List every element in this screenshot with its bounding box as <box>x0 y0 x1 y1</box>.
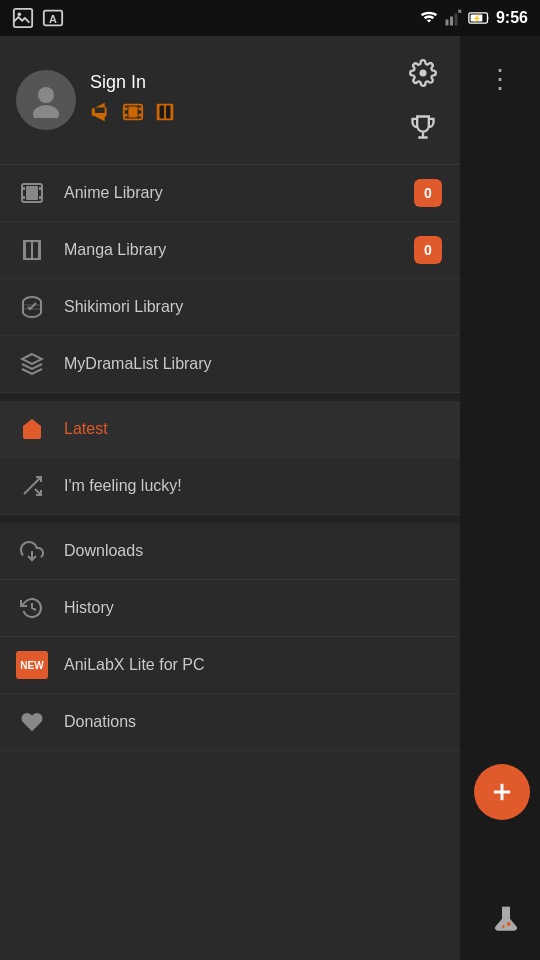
shuffle-icon <box>18 472 46 500</box>
section-divider-2 <box>0 515 460 523</box>
flask-button[interactable] <box>490 904 522 940</box>
feeling-lucky-label: I'm feeling lucky! <box>64 477 442 495</box>
anilabx-lite-label: AniLabX Lite for PC <box>64 656 442 674</box>
anime-library-badge: 0 <box>414 179 442 207</box>
avatar[interactable] <box>16 70 76 130</box>
status-bar-left: A <box>12 7 64 29</box>
trophy-icon <box>409 113 437 141</box>
svg-rect-22 <box>166 106 171 119</box>
downloads-label: Downloads <box>64 542 442 560</box>
gallery-icon <box>12 7 34 29</box>
svg-rect-20 <box>128 107 137 118</box>
anime-library-label: Anime Library <box>64 184 396 202</box>
svg-rect-24 <box>22 187 25 190</box>
cloud-download-icon <box>18 537 46 565</box>
menu-item-downloads[interactable]: Downloads <box>0 523 460 580</box>
svg-rect-5 <box>450 17 453 26</box>
status-time: 9:56 <box>496 9 528 27</box>
navigation-drawer: Sign In <box>0 36 460 960</box>
settings-icon <box>409 59 437 87</box>
menu-item-donations[interactable]: Donations <box>0 694 460 751</box>
donations-label: Donations <box>64 713 442 731</box>
svg-rect-4 <box>445 20 448 26</box>
svg-point-1 <box>18 13 22 17</box>
megaphone-icon <box>90 101 112 128</box>
svg-rect-25 <box>22 196 25 199</box>
latest-label: Latest <box>64 420 442 438</box>
svg-rect-18 <box>139 107 143 110</box>
book-menu-icon <box>18 236 46 264</box>
book-icon <box>154 101 176 128</box>
signal-icon <box>444 9 462 27</box>
menu-item-feeling-lucky[interactable]: I'm feeling lucky! <box>0 458 460 515</box>
home-icon <box>18 415 46 443</box>
shikimori-library-label: Shikimori Library <box>64 298 442 316</box>
status-bar-right: ⚡ 9:56 <box>420 9 528 27</box>
svg-rect-28 <box>26 186 38 200</box>
header-icons-row <box>90 101 176 128</box>
history-label: History <box>64 599 442 617</box>
trophy-button[interactable] <box>402 106 444 148</box>
wifi-icon <box>420 9 438 27</box>
flask-icon <box>490 904 522 936</box>
svg-point-12 <box>38 87 54 103</box>
heart-icon <box>18 708 46 736</box>
svg-rect-29 <box>26 242 31 258</box>
svg-rect-14 <box>92 109 95 115</box>
manga-library-badge: 0 <box>414 236 442 264</box>
new-label: NEW <box>16 651 47 679</box>
svg-rect-19 <box>139 114 143 117</box>
menu-item-manga-library[interactable]: Manga Library 0 <box>0 222 460 279</box>
header-text: Sign In <box>90 72 176 128</box>
a-icon: A <box>42 7 64 29</box>
avatar-icon <box>28 82 64 118</box>
svg-rect-27 <box>39 196 42 199</box>
svg-rect-17 <box>124 114 128 117</box>
menu-item-history[interactable]: History <box>0 580 460 637</box>
shikimori-icon <box>18 293 46 321</box>
menu-item-latest[interactable]: Latest <box>0 401 460 458</box>
svg-rect-26 <box>39 187 42 190</box>
plus-icon <box>488 778 516 806</box>
svg-rect-16 <box>124 107 128 110</box>
svg-point-38 <box>507 922 511 926</box>
mydramalist-library-label: MyDramaList Library <box>64 355 442 373</box>
settings-button[interactable] <box>402 52 444 94</box>
new-badge-icon: NEW <box>18 651 46 679</box>
drama-icon <box>18 350 46 378</box>
add-fab[interactable] <box>474 764 530 820</box>
sign-in-label[interactable]: Sign In <box>90 72 176 93</box>
menu-item-shikimori-library[interactable]: Shikimori Library <box>0 279 460 336</box>
right-panel: ⋮ <box>460 36 540 960</box>
svg-point-37 <box>502 925 505 928</box>
svg-text:⚡: ⚡ <box>472 13 482 23</box>
svg-text:A: A <box>49 13 57 25</box>
header-left: Sign In <box>16 70 176 130</box>
three-dot-menu[interactable]: ⋮ <box>487 64 513 95</box>
menu-item-mydramalist-library[interactable]: MyDramaList Library <box>0 336 460 393</box>
status-bar: A ⚡ 9:56 <box>0 0 540 36</box>
manga-library-label: Manga Library <box>64 241 396 259</box>
history-icon <box>18 594 46 622</box>
menu-item-anime-library[interactable]: Anime Library 0 <box>0 165 460 222</box>
svg-rect-6 <box>454 14 457 26</box>
film-icon <box>122 101 144 128</box>
section-divider-1 <box>0 393 460 401</box>
menu-item-anilabx-lite[interactable]: NEW AniLabX Lite for PC <box>0 637 460 694</box>
svg-rect-30 <box>33 242 38 258</box>
svg-point-13 <box>33 105 59 118</box>
menu-list: Anime Library 0 Manga Library 0 <box>0 165 460 960</box>
header-right <box>402 52 444 148</box>
svg-rect-21 <box>160 106 165 119</box>
drawer-header: Sign In <box>0 36 460 165</box>
film-strip-icon <box>18 179 46 207</box>
battery-icon: ⚡ <box>468 11 490 25</box>
